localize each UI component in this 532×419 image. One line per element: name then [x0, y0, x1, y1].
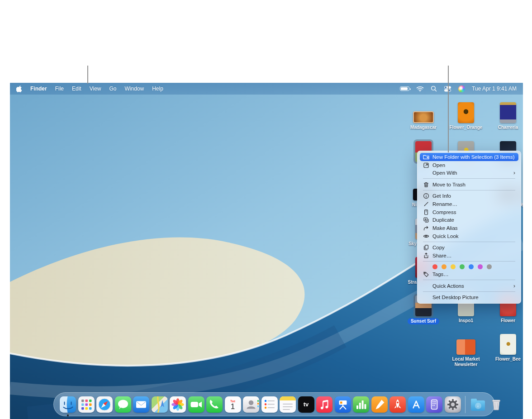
- file-label: Inspo1: [446, 318, 486, 324]
- file-thumbnail[interactable]: [456, 339, 475, 355]
- newfolder-icon: [423, 154, 432, 160]
- menu-item-label: Open: [432, 162, 445, 168]
- tag-color-dot[interactable]: [478, 264, 483, 269]
- menu-item-move-to-trash[interactable]: Move to Trash: [420, 181, 518, 189]
- menu-edit[interactable]: Edit: [72, 86, 81, 92]
- phone-app-icon: [206, 396, 223, 413]
- file-thumbnail[interactable]: [413, 111, 434, 123]
- tag-color-dot[interactable]: [432, 264, 437, 269]
- tag-color-row: [418, 263, 521, 270]
- dock-notes[interactable]: [279, 396, 296, 413]
- menu-item-tags[interactable]: Tags…: [420, 270, 518, 278]
- dock-maps[interactable]: [151, 396, 168, 413]
- menu-item-label: Make Alias: [432, 225, 458, 231]
- share-icon: [423, 252, 432, 259]
- file-label: Local Market Newsletter: [446, 357, 486, 367]
- facetime-app-icon: [188, 396, 204, 413]
- desktop-icon-flower-bee[interactable]: Flower_Bee: [488, 333, 523, 355]
- menu-file[interactable]: File: [55, 86, 64, 92]
- dock-photos[interactable]: [169, 396, 186, 413]
- dock-reminders[interactable]: [261, 396, 278, 413]
- desktop-icon-local-market-newsletter[interactable]: Local Market Newsletter: [446, 333, 486, 355]
- tag-color-dot[interactable]: [487, 264, 492, 269]
- file-thumbnail[interactable]: [458, 102, 474, 123]
- calendar-day: 1: [231, 403, 235, 411]
- dock-music[interactable]: [316, 396, 333, 413]
- maps-app-icon: [152, 396, 168, 413]
- dock-facetime[interactable]: [188, 396, 205, 413]
- menu-item-duplicate[interactable]: Duplicate: [420, 216, 518, 224]
- menu-item-label: Tags…: [432, 271, 449, 277]
- alias-icon: [423, 225, 432, 231]
- dock-app-store[interactable]: [408, 396, 425, 413]
- menu-view[interactable]: View: [90, 86, 101, 92]
- dock-downloads[interactable]: ↓: [470, 396, 487, 413]
- dock-messages[interactable]: [114, 396, 132, 413]
- dock-system-settings[interactable]: [444, 396, 461, 413]
- menu-item-set-desktop-picture[interactable]: Set Desktop Picture: [420, 293, 518, 301]
- menu-item-rename[interactable]: Rename…: [420, 200, 518, 208]
- dock-calendar[interactable]: Tue1: [224, 396, 242, 413]
- system-settings-app-icon: [445, 396, 461, 413]
- menu-item-get-info[interactable]: Get Info: [420, 192, 518, 200]
- menu-window[interactable]: Window: [125, 86, 144, 92]
- menu-go[interactable]: Go: [109, 86, 117, 92]
- context-menu: New Folder with Selection (3 Items)OpenO…: [417, 151, 521, 304]
- menu-item-quick-look[interactable]: Quick Look: [420, 232, 518, 240]
- app-store-app-icon: [408, 396, 424, 413]
- quicklook-icon: [423, 233, 432, 239]
- menu-item-open[interactable]: Open: [420, 161, 518, 169]
- dock-tv[interactable]: tv: [298, 396, 315, 413]
- tag-color-dot[interactable]: [451, 264, 456, 269]
- callout-line-context-menu: [448, 66, 449, 152]
- battery-icon[interactable]: [400, 86, 409, 91]
- tag-color-dot[interactable]: [469, 264, 474, 269]
- dock-mail[interactable]: [133, 396, 150, 413]
- tag-color-dot[interactable]: [442, 264, 446, 269]
- tv-label: tv: [304, 401, 309, 408]
- desktop-icon-charreria[interactable]: Charreria: [488, 101, 523, 123]
- dock-pages[interactable]: [371, 396, 388, 413]
- search-icon[interactable]: [431, 86, 437, 92]
- menu-item-new-folder-with-selection-3-items[interactable]: New Folder with Selection (3 Items): [420, 153, 518, 161]
- menu-separator: [423, 242, 515, 242]
- page: FinderFileEditViewGoWindowHelp: [0, 0, 532, 419]
- menu-finder[interactable]: Finder: [30, 86, 47, 92]
- tag-color-dot[interactable]: [460, 264, 465, 269]
- dock-games[interactable]: [389, 396, 406, 413]
- iphone-mirroring-app-icon: [426, 396, 442, 413]
- menu-item-make-alias[interactable]: Make Alias: [420, 224, 518, 232]
- downloads-folder: ↓: [471, 400, 485, 411]
- menu-item-quick-actions[interactable]: Quick Actions›: [420, 282, 518, 290]
- dock-iphone-mirroring[interactable]: [426, 396, 443, 413]
- dock-keynote[interactable]: [334, 396, 352, 413]
- apple-menu-icon[interactable]: [16, 86, 22, 92]
- dock-trash[interactable]: [488, 396, 505, 413]
- dock-contacts[interactable]: [242, 396, 260, 413]
- file-thumbnail[interactable]: [500, 334, 516, 355]
- dock-safari[interactable]: [96, 396, 113, 413]
- trash-icon: [423, 181, 432, 188]
- submenu-chevron-icon: ›: [513, 171, 515, 175]
- calendar-app-icon: Tue1: [225, 396, 241, 413]
- wifi-icon[interactable]: [416, 86, 424, 92]
- menu-help[interactable]: Help: [152, 86, 163, 92]
- dock-phone[interactable]: [206, 396, 223, 413]
- desktop-icon-madagascar[interactable]: Madagascar: [403, 101, 444, 123]
- menu-item-compress[interactable]: Compress: [420, 208, 518, 216]
- contacts-app-icon: [243, 396, 259, 413]
- menu-item-copy[interactable]: Copy: [420, 243, 518, 252]
- menu-item-open-with[interactable]: Open With›: [420, 169, 518, 177]
- desktop-icon-flower-orange[interactable]: Flower_Orange: [446, 101, 486, 123]
- dock-launchpad[interactable]: [78, 396, 95, 413]
- launchpad-app-icon: [78, 396, 95, 413]
- keynote-app-icon: [335, 396, 351, 413]
- file-label: Ni: [403, 202, 417, 208]
- file-thumbnail[interactable]: [500, 102, 516, 123]
- menu-item-share[interactable]: Share…: [420, 252, 518, 260]
- menu-item-label: Set Desktop Picture: [432, 295, 479, 300]
- menubar-clock[interactable]: Tue Apr 1 9:41 AM: [472, 86, 517, 92]
- dock-numbers[interactable]: [352, 396, 370, 413]
- dock-finder[interactable]: [59, 396, 76, 413]
- siri-icon[interactable]: [458, 86, 465, 92]
